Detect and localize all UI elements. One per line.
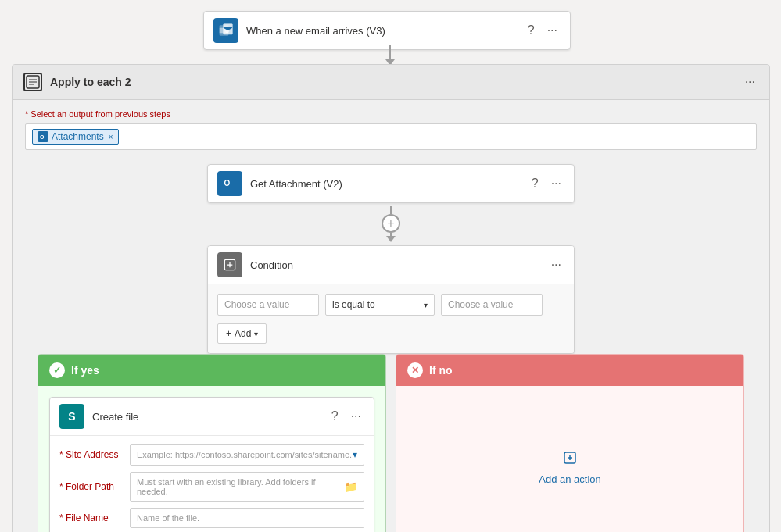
folder-path-label: * Folder Path: [59, 481, 130, 492]
get-attachment-block: O Get Attachment (V2) ? ···: [207, 164, 575, 203]
outlook-icon: O: [213, 18, 238, 43]
if-no-body: Add an action: [396, 386, 743, 532]
create-file-body: * Site Address Example: https://contoso.…: [50, 436, 374, 532]
select-output-label: * Select an output from previous steps: [25, 109, 757, 119]
condition-block: Condition ··· Choose a value is equal to…: [207, 245, 575, 354]
if-no-add-action-btn[interactable]: Add an action: [539, 444, 601, 491]
create-file-title: Create file: [92, 411, 328, 423]
inner-flow: O Get Attachment (V2) ? ··· +: [25, 150, 757, 532]
chevron-down-icon: ▾: [353, 449, 357, 460]
pill-outlook-icon: O: [38, 131, 48, 142]
get-attachment-more-btn[interactable]: ···: [548, 175, 564, 192]
apply-each-title: Apply to each 2: [50, 76, 742, 88]
attachments-pill-container[interactable]: O Attachments ×: [25, 123, 757, 150]
apply-each-icon: [23, 73, 42, 91]
folder-icon: 📁: [344, 480, 357, 493]
condition-row: Choose a value is equal to ▾ Choose a va…: [217, 294, 564, 316]
file-name-input[interactable]: Name of the file.: [130, 508, 364, 528]
pill-close-btn[interactable]: ×: [109, 133, 113, 141]
plus-icon: +: [226, 328, 231, 339]
create-file-help-btn[interactable]: ?: [328, 408, 342, 425]
get-attachment-title: Get Attachment (V2): [250, 178, 528, 190]
condition-icon: [217, 252, 242, 277]
condition-value-1[interactable]: Choose a value: [217, 294, 319, 316]
create-file-header: S Create file ? ···: [50, 398, 374, 436]
get-attachment-icon: O: [217, 171, 242, 196]
site-address-row: * Site Address Example: https://contoso.…: [59, 444, 364, 466]
apply-each-more-btn[interactable]: ···: [742, 73, 758, 91]
get-attachment-help-btn[interactable]: ?: [528, 175, 542, 192]
trigger-actions: ? ···: [525, 22, 561, 39]
arrow-trigger-to-apply: [385, 45, 395, 66]
if-no-panel: ✕ If no Add an action: [396, 354, 744, 532]
condition-actions: ···: [548, 256, 564, 273]
apply-each-container: Apply to each 2 ··· * Select an output f…: [12, 64, 770, 532]
apply-each-actions: ···: [742, 73, 758, 91]
sharepoint-icon: S: [59, 404, 84, 429]
condition-title: Condition: [250, 259, 548, 271]
folder-path-input[interactable]: Must start with an existing library. Add…: [130, 472, 364, 502]
condition-add-btn[interactable]: + Add ▾: [217, 323, 267, 344]
file-name-row: * File Name Name of the file.: [59, 508, 364, 528]
create-file-actions: ? ···: [328, 408, 364, 425]
plus-connector: +: [382, 206, 400, 242]
trigger-title: When a new email arrives (V3): [246, 25, 525, 37]
get-attachment-actions: ? ···: [528, 175, 564, 192]
apply-each-header: Apply to each 2 ···: [13, 65, 769, 100]
trigger-more-btn[interactable]: ···: [544, 22, 561, 39]
if-yes-body: S Create file ? ··· * Site Addr: [38, 386, 385, 532]
site-address-label: * Site Address: [59, 449, 130, 460]
folder-path-row: * Folder Path Must start with an existin…: [59, 472, 364, 502]
svg-text:O: O: [224, 179, 231, 187]
pill-label: Attachments: [52, 131, 104, 142]
trigger-block: O When a new email arrives (V3) ? ···: [203, 11, 571, 50]
condition-more-btn[interactable]: ···: [548, 256, 564, 273]
create-file-block: S Create file ? ··· * Site Addr: [49, 397, 374, 532]
condition-operator[interactable]: is equal to ▾: [325, 294, 435, 316]
trigger-help-btn[interactable]: ?: [525, 22, 538, 39]
file-name-label: * File Name: [59, 512, 130, 523]
condition-body: Choose a value is equal to ▾ Choose a va…: [208, 284, 574, 353]
create-file-more-btn[interactable]: ···: [348, 408, 364, 425]
x-icon: ✕: [407, 362, 423, 378]
if-no-header: ✕ If no: [396, 355, 743, 386]
if-yes-header: ✓ If yes: [38, 355, 385, 386]
condition-header: Condition ···: [208, 246, 574, 284]
svg-text:O: O: [40, 134, 45, 140]
if-no-label: If no: [429, 364, 453, 377]
branches-row: ✓ If yes S Create file ?: [25, 354, 757, 532]
add-action-icon-no: [562, 450, 578, 466]
check-icon: ✓: [49, 362, 65, 378]
if-yes-label: If yes: [71, 364, 99, 377]
condition-value-2[interactable]: Choose a value: [441, 294, 543, 316]
site-address-input[interactable]: Example: https://contoso.sharepoint.com/…: [130, 444, 364, 466]
svg-text:O: O: [225, 29, 229, 34]
attachments-pill: O Attachments ×: [32, 129, 119, 145]
add-step-btn[interactable]: +: [382, 214, 400, 233]
if-yes-panel: ✓ If yes S Create file ?: [38, 354, 386, 532]
apply-each-body: * Select an output from previous steps O…: [13, 100, 769, 532]
